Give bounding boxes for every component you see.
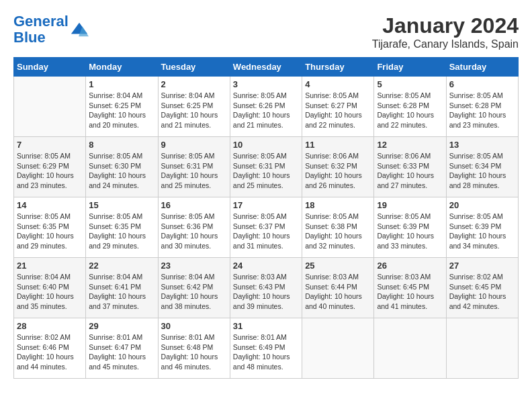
day-number: 29 <box>89 321 154 331</box>
day-info: Sunrise: 8:04 AM Sunset: 6:42 PM Dayligh… <box>161 272 227 312</box>
day-info: Sunrise: 8:05 AM Sunset: 6:36 PM Dayligh… <box>161 212 227 251</box>
calendar-cell: 12Sunrise: 8:06 AM Sunset: 6:33 PM Dayli… <box>374 137 446 197</box>
day-number: 8 <box>89 140 154 150</box>
page-header: General Blue January 2024 Tijarafe, Cana… <box>13 13 519 50</box>
calendar-week-row: 7Sunrise: 8:05 AM Sunset: 6:29 PM Daylig… <box>14 137 519 197</box>
calendar-cell: 4Sunrise: 8:05 AM Sunset: 6:27 PM Daylig… <box>302 77 374 137</box>
day-number: 16 <box>161 200 227 210</box>
day-number: 17 <box>233 200 299 210</box>
day-number: 6 <box>449 79 515 89</box>
day-number: 21 <box>17 261 83 271</box>
day-info: Sunrise: 8:02 AM Sunset: 6:45 PM Dayligh… <box>449 272 515 312</box>
logo: General Blue <box>13 13 89 46</box>
day-number: 11 <box>305 140 371 150</box>
day-number: 20 <box>449 200 515 210</box>
calendar-week-row: 28Sunrise: 8:02 AM Sunset: 6:46 PM Dayli… <box>14 318 519 379</box>
day-info: Sunrise: 8:05 AM Sunset: 6:29 PM Dayligh… <box>17 151 83 191</box>
calendar-cell: 1Sunrise: 8:04 AM Sunset: 6:25 PM Daylig… <box>86 77 158 137</box>
day-info: Sunrise: 8:05 AM Sunset: 6:30 PM Dayligh… <box>89 151 154 191</box>
day-number: 7 <box>17 140 83 150</box>
calendar-cell: 18Sunrise: 8:05 AM Sunset: 6:38 PM Dayli… <box>302 197 374 258</box>
calendar-cell: 25Sunrise: 8:03 AM Sunset: 6:44 PM Dayli… <box>302 258 374 318</box>
day-number: 27 <box>449 261 515 271</box>
day-number: 30 <box>161 321 227 331</box>
calendar-cell: 10Sunrise: 8:05 AM Sunset: 6:31 PM Dayli… <box>230 137 302 197</box>
day-number: 12 <box>377 140 443 150</box>
logo-line2: Blue <box>13 29 46 46</box>
calendar-cell: 29Sunrise: 8:01 AM Sunset: 6:47 PM Dayli… <box>86 318 158 379</box>
day-info: Sunrise: 8:05 AM Sunset: 6:31 PM Dayligh… <box>233 151 299 191</box>
page-title: January 2024 <box>372 13 519 38</box>
day-number: 10 <box>233 140 299 150</box>
day-info: Sunrise: 8:04 AM Sunset: 6:25 PM Dayligh… <box>89 91 154 130</box>
day-number: 2 <box>161 79 227 89</box>
calendar-cell: 31Sunrise: 8:01 AM Sunset: 6:49 PM Dayli… <box>230 318 302 379</box>
col-header-thursday: Thursday <box>302 58 374 77</box>
day-number: 15 <box>89 200 154 210</box>
calendar-cell: 8Sunrise: 8:05 AM Sunset: 6:30 PM Daylig… <box>86 137 158 197</box>
calendar-cell: 28Sunrise: 8:02 AM Sunset: 6:46 PM Dayli… <box>14 318 86 379</box>
col-header-monday: Monday <box>86 58 158 77</box>
day-info: Sunrise: 8:06 AM Sunset: 6:32 PM Dayligh… <box>305 151 371 191</box>
calendar-cell: 22Sunrise: 8:04 AM Sunset: 6:41 PM Dayli… <box>86 258 158 318</box>
day-info: Sunrise: 8:05 AM Sunset: 6:26 PM Dayligh… <box>233 91 299 130</box>
day-number: 31 <box>233 321 299 331</box>
calendar-table: SundayMondayTuesdayWednesdayThursdayFrid… <box>13 57 519 379</box>
calendar-cell: 2Sunrise: 8:04 AM Sunset: 6:25 PM Daylig… <box>158 77 230 137</box>
logo-icon <box>70 20 89 39</box>
day-number: 3 <box>233 79 299 89</box>
calendar-cell: 14Sunrise: 8:05 AM Sunset: 6:35 PM Dayli… <box>14 197 86 258</box>
day-info: Sunrise: 8:01 AM Sunset: 6:49 PM Dayligh… <box>233 332 299 372</box>
day-number: 24 <box>233 261 299 271</box>
day-number: 19 <box>377 200 443 210</box>
day-number: 25 <box>305 261 371 271</box>
calendar-week-row: 14Sunrise: 8:05 AM Sunset: 6:35 PM Dayli… <box>14 197 519 258</box>
day-info: Sunrise: 8:05 AM Sunset: 6:31 PM Dayligh… <box>161 151 227 191</box>
calendar-cell: 5Sunrise: 8:05 AM Sunset: 6:28 PM Daylig… <box>374 77 446 137</box>
calendar-cell <box>302 318 374 379</box>
day-number: 1 <box>89 79 154 89</box>
day-info: Sunrise: 8:05 AM Sunset: 6:39 PM Dayligh… <box>377 212 443 251</box>
day-info: Sunrise: 8:05 AM Sunset: 6:35 PM Dayligh… <box>17 212 83 251</box>
day-info: Sunrise: 8:04 AM Sunset: 6:41 PM Dayligh… <box>89 272 154 312</box>
day-info: Sunrise: 8:03 AM Sunset: 6:43 PM Dayligh… <box>233 272 299 312</box>
logo-text: General Blue <box>13 13 69 46</box>
calendar-cell: 24Sunrise: 8:03 AM Sunset: 6:43 PM Dayli… <box>230 258 302 318</box>
day-number: 22 <box>89 261 154 271</box>
col-header-tuesday: Tuesday <box>158 58 230 77</box>
day-info: Sunrise: 8:02 AM Sunset: 6:46 PM Dayligh… <box>17 332 83 372</box>
calendar-cell: 19Sunrise: 8:05 AM Sunset: 6:39 PM Dayli… <box>374 197 446 258</box>
day-number: 28 <box>17 321 83 331</box>
day-number: 23 <box>161 261 227 271</box>
calendar-cell: 23Sunrise: 8:04 AM Sunset: 6:42 PM Dayli… <box>158 258 230 318</box>
calendar-cell: 21Sunrise: 8:04 AM Sunset: 6:40 PM Dayli… <box>14 258 86 318</box>
calendar-cell <box>374 318 446 379</box>
day-info: Sunrise: 8:01 AM Sunset: 6:47 PM Dayligh… <box>89 332 154 372</box>
col-header-sunday: Sunday <box>14 58 86 77</box>
day-number: 26 <box>377 261 443 271</box>
calendar-week-row: 1Sunrise: 8:04 AM Sunset: 6:25 PM Daylig… <box>14 77 519 137</box>
day-info: Sunrise: 8:04 AM Sunset: 6:40 PM Dayligh… <box>17 272 83 312</box>
day-number: 9 <box>161 140 227 150</box>
day-info: Sunrise: 8:05 AM Sunset: 6:28 PM Dayligh… <box>449 91 515 130</box>
calendar-cell: 11Sunrise: 8:06 AM Sunset: 6:32 PM Dayli… <box>302 137 374 197</box>
calendar-cell: 15Sunrise: 8:05 AM Sunset: 6:35 PM Dayli… <box>86 197 158 258</box>
calendar-cell: 13Sunrise: 8:05 AM Sunset: 6:34 PM Dayli… <box>446 137 518 197</box>
day-number: 14 <box>17 200 83 210</box>
calendar-cell <box>446 318 518 379</box>
day-number: 18 <box>305 200 371 210</box>
day-info: Sunrise: 8:05 AM Sunset: 6:37 PM Dayligh… <box>233 212 299 251</box>
calendar-week-row: 21Sunrise: 8:04 AM Sunset: 6:40 PM Dayli… <box>14 258 519 318</box>
day-number: 5 <box>377 79 443 89</box>
day-info: Sunrise: 8:03 AM Sunset: 6:45 PM Dayligh… <box>377 272 443 312</box>
col-header-saturday: Saturday <box>446 58 518 77</box>
day-info: Sunrise: 8:03 AM Sunset: 6:44 PM Dayligh… <box>305 272 371 312</box>
calendar-cell: 6Sunrise: 8:05 AM Sunset: 6:28 PM Daylig… <box>446 77 518 137</box>
day-info: Sunrise: 8:05 AM Sunset: 6:38 PM Dayligh… <box>305 212 371 251</box>
calendar-cell: 20Sunrise: 8:05 AM Sunset: 6:39 PM Dayli… <box>446 197 518 258</box>
day-info: Sunrise: 8:06 AM Sunset: 6:33 PM Dayligh… <box>377 151 443 191</box>
calendar-cell: 3Sunrise: 8:05 AM Sunset: 6:26 PM Daylig… <box>230 77 302 137</box>
calendar-cell <box>14 77 86 137</box>
calendar-cell: 27Sunrise: 8:02 AM Sunset: 6:45 PM Dayli… <box>446 258 518 318</box>
calendar-cell: 17Sunrise: 8:05 AM Sunset: 6:37 PM Dayli… <box>230 197 302 258</box>
